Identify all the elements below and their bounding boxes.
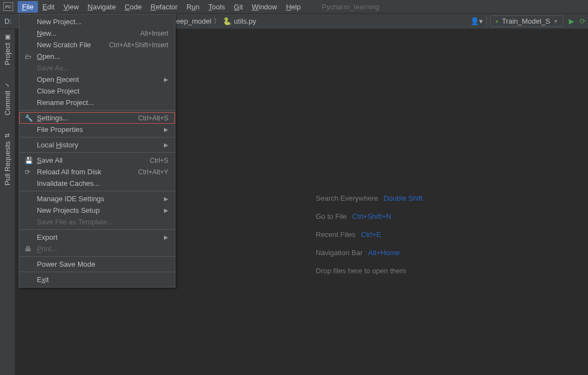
menu-item-save-as: Save As... <box>19 62 175 74</box>
hint-row: Navigation BarAlt+Home <box>316 249 422 257</box>
menu-view[interactable]: View <box>59 1 83 13</box>
menu-help[interactable]: Help <box>282 1 305 13</box>
hint-label: Navigation Bar <box>316 249 362 257</box>
menu-window[interactable]: Window <box>248 1 282 13</box>
menu-item-invalidate-caches[interactable]: Invalidate Caches... <box>19 178 175 189</box>
tool-pull-label: Pull Requests <box>3 141 12 185</box>
menu-item-rename-project[interactable]: Rename Project... <box>19 97 175 108</box>
menu-item-reload-all-from-disk[interactable]: Reload All from Disk⟳Ctrl+Alt+Y <box>19 166 175 178</box>
hint-row: Drop files here to open them <box>316 267 422 275</box>
menu-item-exit[interactable]: Exit <box>19 274 175 285</box>
run-config-selector[interactable]: ● Train_Model_S ▼ <box>490 15 563 27</box>
tool-pull-requests[interactable]: Pull Requests ⇅ <box>3 132 12 185</box>
breadcrumb-tail[interactable]: eep_model 〉 🐍 utils.py <box>176 16 256 26</box>
menu-separator <box>19 110 175 111</box>
menu-item-label: Rename Project... <box>37 98 94 107</box>
menu-item-label: Close Project <box>37 87 79 95</box>
tool-commit[interactable]: Commit ✓ <box>3 81 12 115</box>
run-config-label: Train_Model_S <box>502 17 550 25</box>
menu-item-label: Save All <box>37 156 63 164</box>
menu-item-label: Local History <box>37 141 78 149</box>
tool-commit-label: Commit <box>3 91 12 115</box>
menu-code[interactable]: Code <box>120 1 146 13</box>
menu-item-label: Save As... <box>37 64 69 72</box>
menu-item-label: New... <box>37 29 57 37</box>
menubar: PC FileEditViewNavigateCodeRefactorRunTo… <box>0 0 588 14</box>
wrench-icon: 🔧 <box>25 114 33 122</box>
python-icon: ● <box>495 18 498 24</box>
menu-item-label: Manage IDE Settings <box>37 195 105 203</box>
submenu-arrow-icon: ▶ <box>164 126 168 133</box>
hint-shortcut: Alt+Home <box>368 249 399 257</box>
hint-label: Go to File <box>316 212 347 220</box>
menu-item-local-history[interactable]: Local History▶ <box>19 139 175 151</box>
breadcrumb[interactable]: D: <box>4 17 12 25</box>
menu-item-label: Power Save Mode <box>37 260 95 268</box>
menu-separator <box>19 256 175 257</box>
menu-edit[interactable]: Edit <box>38 1 59 13</box>
pull-request-icon: ⇅ <box>4 133 11 138</box>
menu-separator <box>19 272 175 272</box>
menu-separator <box>19 229 175 230</box>
separator <box>486 16 487 26</box>
menu-tools[interactable]: Tools <box>204 1 229 13</box>
menu-separator <box>19 191 175 191</box>
menu-separator <box>19 137 175 137</box>
menu-shortcut: Ctrl+Alt+Y <box>138 168 168 176</box>
hint-label: Drop files here to open them <box>316 267 406 275</box>
run-button[interactable]: ▶ <box>567 17 576 25</box>
menu-item-file-properties[interactable]: File Properties▶ <box>19 124 175 135</box>
menu-item-save-file-as-template: Save File as Template... <box>19 216 175 228</box>
menu-item-power-save-mode[interactable]: Power Save Mode <box>19 258 175 270</box>
drive-label: D: <box>4 17 12 25</box>
menu-separator <box>19 152 175 153</box>
menu-navigate[interactable]: Navigate <box>83 1 120 13</box>
tool-project[interactable]: Project ▣ <box>3 34 12 65</box>
menu-file[interactable]: File <box>18 1 38 13</box>
menu-shortcut: Alt+Insert <box>140 30 168 37</box>
folder-icon: 🗁 <box>25 53 31 60</box>
reload-icon: ⟳ <box>25 168 30 176</box>
menu-item-label: Reload All from Disk <box>37 168 101 176</box>
menu-shortcut: Ctrl+S <box>150 157 168 164</box>
menu-item-label: New Scratch File <box>37 41 91 49</box>
submenu-arrow-icon: ▶ <box>164 207 168 213</box>
current-file: utils.py <box>234 17 256 25</box>
save-icon: 💾 <box>25 157 33 164</box>
python-file-icon: 🐍 <box>223 17 232 25</box>
print-icon: 🖶 <box>25 245 31 253</box>
debug-button[interactable]: ⟳ <box>580 17 586 25</box>
menu-item-export[interactable]: Export▶ <box>19 231 175 243</box>
menu-item-new-scratch-file[interactable]: New Scratch FileCtrl+Alt+Shift+Insert <box>19 39 175 51</box>
menu-item-new[interactable]: New...Alt+Insert <box>19 27 175 39</box>
commit-icon: ✓ <box>4 82 11 87</box>
menu-item-label: Print... <box>37 245 58 253</box>
tool-project-label: Project <box>3 43 12 65</box>
menu-item-label: New Project... <box>37 18 81 26</box>
project-name: Pycharm_learning <box>322 3 380 11</box>
hint-label: Search Everywhere <box>316 194 378 202</box>
submenu-arrow-icon: ▶ <box>164 196 168 202</box>
menu-git[interactable]: Git <box>229 1 248 13</box>
hint-row: Go to FileCtrl+Shift+N <box>316 212 422 220</box>
menu-shortcut: Ctrl+Alt+S <box>138 114 168 122</box>
menu-item-manage-ide-settings[interactable]: Manage IDE Settings▶ <box>19 193 175 205</box>
menu-run[interactable]: Run <box>182 1 204 13</box>
file-menu-dropdown: New Project...New...Alt+InsertNew Scratc… <box>19 14 175 288</box>
menu-item-close-project[interactable]: Close Project <box>19 85 175 97</box>
menu-item-label: Export <box>37 233 58 241</box>
app-icon: PC <box>3 2 13 11</box>
submenu-arrow-icon: ▶ <box>164 76 168 82</box>
user-icon[interactable]: 👤▾ <box>470 17 483 25</box>
submenu-arrow-icon: ▶ <box>164 142 168 148</box>
menu-item-new-project[interactable]: New Project... <box>19 16 175 27</box>
menu-item-new-projects-setup[interactable]: New Projects Setup▶ <box>19 205 175 216</box>
menu-item-save-all[interactable]: Save All💾Ctrl+S <box>19 155 175 166</box>
menu-item-label: Invalidate Caches... <box>37 179 100 187</box>
menu-item-label: Open... <box>37 52 61 60</box>
menu-item-label: New Projects Setup <box>37 206 100 214</box>
menu-refactor[interactable]: Refactor <box>146 1 182 13</box>
menu-item-settings[interactable]: Settings...🔧Ctrl+Alt+S <box>19 112 175 124</box>
menu-item-open[interactable]: Open...🗁 <box>19 51 175 62</box>
menu-item-open-recent[interactable]: Open Recent▶ <box>19 74 175 85</box>
